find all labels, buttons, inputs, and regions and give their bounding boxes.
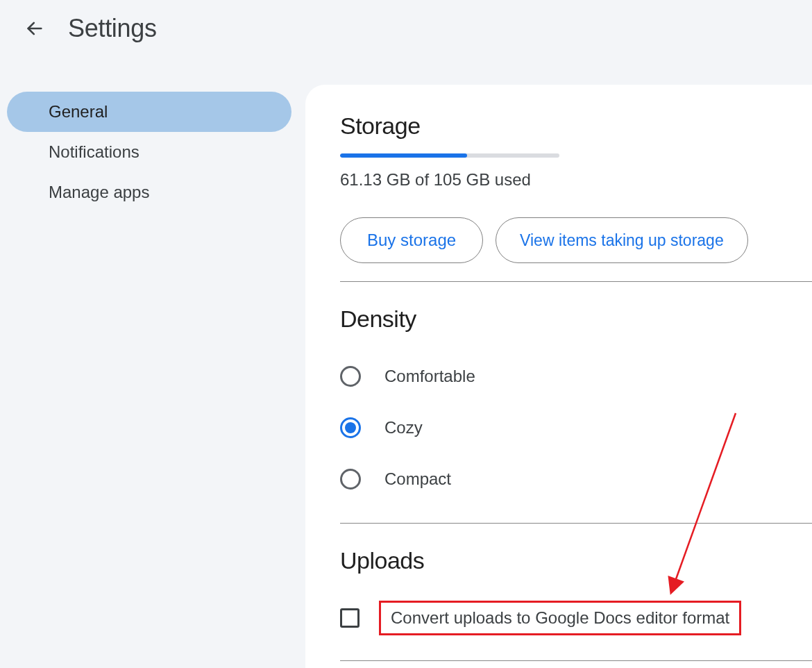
radio-icon [340, 417, 361, 438]
page-title: Settings [68, 14, 157, 43]
radio-label: Cozy [384, 418, 423, 437]
sidebar: General Notifications Manage apps [0, 85, 305, 668]
density-option-compact[interactable]: Compact [340, 453, 812, 505]
density-radio-group: Comfortable Cozy Compact [340, 346, 812, 505]
sidebar-item-label: Manage apps [49, 183, 149, 201]
storage-button-row: Buy storage View items taking up storage [340, 217, 812, 263]
uploads-section: Uploads Convert uploads to Google Docs e… [340, 547, 812, 661]
radio-label: Comfortable [384, 367, 475, 386]
density-option-comfortable[interactable]: Comfortable [340, 351, 812, 402]
sidebar-item-label: General [49, 102, 108, 121]
storage-progress-fill [340, 153, 467, 158]
convert-uploads-row: Convert uploads to Google Docs editor fo… [340, 588, 812, 642]
storage-progress-bar [340, 153, 559, 158]
convert-uploads-checkbox[interactable] [340, 608, 360, 628]
density-section: Density Comfortable Cozy Compact [340, 306, 812, 524]
density-option-cozy[interactable]: Cozy [340, 402, 812, 453]
sidebar-item-manage-apps[interactable]: Manage apps [7, 172, 291, 212]
uploads-heading: Uploads [340, 547, 812, 574]
storage-section: Storage 61.13 GB of 105 GB used Buy stor… [340, 112, 812, 282]
convert-uploads-label: Convert uploads to Google Docs editor fo… [391, 608, 729, 627]
radio-label: Compact [384, 469, 451, 489]
density-heading: Density [340, 306, 812, 333]
back-arrow-icon[interactable] [21, 15, 49, 42]
storage-status-text: 61.13 GB of 105 GB used [340, 170, 812, 190]
view-items-button[interactable]: View items taking up storage [496, 217, 748, 263]
annotation-highlight-box: Convert uploads to Google Docs editor fo… [379, 601, 741, 635]
sidebar-item-label: Notifications [49, 142, 139, 161]
sidebar-item-general[interactable]: General [7, 92, 291, 132]
body: General Notifications Manage apps Storag… [0, 57, 812, 668]
header: Settings [0, 0, 812, 57]
content-panel: Storage 61.13 GB of 105 GB used Buy stor… [305, 85, 812, 668]
buy-storage-button[interactable]: Buy storage [340, 217, 483, 263]
radio-icon [340, 469, 361, 490]
sidebar-item-notifications[interactable]: Notifications [7, 132, 291, 172]
storage-heading: Storage [340, 112, 812, 140]
radio-icon [340, 366, 361, 387]
